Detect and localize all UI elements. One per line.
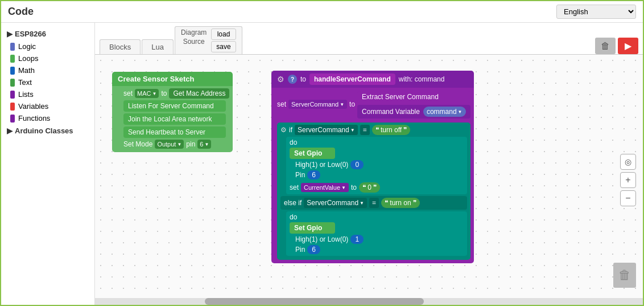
sidebar-item-math[interactable]: Math xyxy=(1,64,94,76)
high-low2-row: High(1) or Low(0) 1 xyxy=(295,235,464,244)
sketch-body: set MAC to Get Mac Address Listen For Se… xyxy=(112,86,233,152)
sidebar-item-text[interactable]: Text xyxy=(1,76,94,88)
pin-row: Pin 6 xyxy=(295,170,464,179)
do-block: do Set Gpio High(1) or Low(0) 0 Pin 6 xyxy=(286,137,467,194)
heartbeat-block: Send Heartbeat to Server xyxy=(123,127,226,138)
sidebar: ▶ ESP8266 Logic Loops Math Text Lists xyxy=(1,23,95,305)
else-if-row: else if ServerCommand = ❝ turn on ❞ xyxy=(280,196,467,210)
lists-dot xyxy=(10,91,15,99)
tab-diagram[interactable]: DiagramSource load save xyxy=(175,26,242,54)
str-0-pill: ❝ 0 ❞ xyxy=(359,182,380,193)
block-canvas[interactable]: Create Sensor Sketch set MAC to Get Mac … xyxy=(95,55,643,305)
app-header: Code English Español xyxy=(1,1,643,23)
sidebar-item-functions[interactable]: Functions xyxy=(1,112,94,124)
mac-row: set MAC to Get Mac Address xyxy=(123,88,229,99)
sidebar-item-logic[interactable]: Logic xyxy=(1,40,94,52)
server-cmd-dropdown[interactable]: ServerCommand xyxy=(288,100,347,109)
language-select[interactable]: English Español xyxy=(556,5,636,19)
sketch-header: Create Sensor Sketch xyxy=(112,72,233,86)
extract-block: Extract Server Command xyxy=(357,91,470,103)
eq-pill: = xyxy=(360,125,370,135)
else-if-dropdown[interactable]: ServerCommand xyxy=(304,198,367,208)
pin2-row: Pin 6 xyxy=(295,245,464,254)
math-dot xyxy=(10,67,15,75)
app-title: Code xyxy=(8,6,34,18)
zoom-controls: ◎ + − xyxy=(620,154,636,206)
loops-dot xyxy=(10,55,15,63)
do2-row: do xyxy=(290,213,464,221)
do-row: do xyxy=(290,138,464,146)
run-button[interactable]: ▶ xyxy=(618,38,638,54)
chevron-right-icon: ▶ xyxy=(7,30,13,38)
do2-block: do Set Gpio High(1) or Low(0) 1 Pin 6 xyxy=(286,211,467,256)
content-area: Blocks Lua DiagramSource load save 🗑 ▶ xyxy=(95,23,643,305)
high-low-row: High(1) or Low(0) 0 xyxy=(295,160,464,169)
set-gpio-label: Set Gpio xyxy=(290,148,335,159)
tab-lua[interactable]: Lua xyxy=(142,39,174,54)
sidebar-lists-label: Lists xyxy=(18,90,34,99)
val-0-pill: 0 xyxy=(350,160,364,169)
trash-icon[interactable]: 🗑 xyxy=(613,263,636,288)
handler-block: ⚙ ? to handleServerCommand with: command… xyxy=(271,71,474,263)
val-1-pill: 1 xyxy=(350,235,364,244)
question-icon[interactable]: ? xyxy=(288,75,297,84)
sidebar-item-arduino[interactable]: ▶ Arduino Classes xyxy=(1,124,94,137)
load-button[interactable]: load xyxy=(211,28,236,40)
sidebar-math-label: Math xyxy=(18,66,35,75)
pin-dropdown[interactable]: 6 xyxy=(197,140,211,149)
gear-icon[interactable]: ⚙ xyxy=(277,75,284,84)
chevron-right-icon2: ▶ xyxy=(7,127,13,135)
sidebar-item-esp8266[interactable]: ▶ ESP8266 xyxy=(1,27,94,40)
listen-block: Listen For Server Command xyxy=(123,100,226,112)
logic-dot xyxy=(10,43,15,51)
if-server-cmd-dropdown[interactable]: ServerCommand xyxy=(295,125,358,135)
main-area: ▶ ESP8266 Logic Loops Math Text Lists xyxy=(1,23,643,305)
fn-name: handleServerCommand xyxy=(309,74,395,85)
set-mode-row: Set Mode Output pin 6 xyxy=(123,140,229,149)
zoom-out-button[interactable]: − xyxy=(620,190,636,206)
zoom-target-button[interactable]: ◎ xyxy=(620,154,636,170)
scroll-bar[interactable] xyxy=(95,298,643,305)
sidebar-loops-label: Loops xyxy=(18,54,38,63)
output-dropdown[interactable]: Output xyxy=(155,140,184,149)
mac-dropdown[interactable]: MAC xyxy=(135,89,159,98)
sidebar-esp-label: ESP8266 xyxy=(15,30,46,38)
handler-body: set ServerCommand to Extract Server Comm… xyxy=(271,88,474,263)
scroll-thumb xyxy=(205,298,424,305)
text-dot xyxy=(10,79,15,87)
gear-icon2[interactable]: ⚙ xyxy=(280,126,287,134)
tab-blocks[interactable]: Blocks xyxy=(100,39,141,54)
diagram-label: DiagramSource xyxy=(181,28,207,46)
sidebar-logic-label: Logic xyxy=(18,42,36,51)
save-button[interactable]: save xyxy=(211,41,236,52)
diagram-buttons: load save xyxy=(211,28,236,52)
eq2-pill: = xyxy=(369,198,379,208)
zoom-in-button[interactable]: + xyxy=(620,172,636,188)
tabs-bar: Blocks Lua DiagramSource load save 🗑 ▶ xyxy=(95,23,643,55)
sidebar-item-variables[interactable]: Variables xyxy=(1,100,94,112)
sidebar-variables-label: Variables xyxy=(18,102,48,111)
delete-button[interactable]: 🗑 xyxy=(595,38,616,54)
pin-62-pill: 6 xyxy=(307,245,320,254)
current-val-dropdown[interactable]: CurrentValue xyxy=(301,183,349,192)
sidebar-arduino-label: Arduino Classes xyxy=(15,127,73,135)
tab-action-buttons: 🗑 ▶ xyxy=(595,38,638,54)
join-lan-block: Join the Local Area network xyxy=(123,113,226,125)
handler-header: ⚙ ? to handleServerCommand with: command xyxy=(271,71,474,88)
sketch-block: Create Sensor Sketch set MAC to Get Mac … xyxy=(112,72,233,152)
set-gpio2-label: Set Gpio xyxy=(290,222,335,234)
get-mac-pill: Get Mac Address xyxy=(169,88,229,99)
turn-on-pill: ❝ turn on ❞ xyxy=(381,198,420,208)
pin-6-pill: 6 xyxy=(307,170,320,179)
functions-dot xyxy=(10,115,15,123)
set-current-val-row: set CurrentValue to ❝ 0 ❞ xyxy=(290,182,464,193)
turn-off-pill: ❝ turn off ❞ xyxy=(372,125,411,135)
command-pill[interactable]: command xyxy=(423,107,466,117)
set-server-cmd-row: set ServerCommand to Extract Server Comm… xyxy=(277,90,470,119)
sidebar-item-lists[interactable]: Lists xyxy=(1,88,94,100)
if-block: ⚙ if ServerCommand = ❝ turn off ❞ xyxy=(277,123,470,260)
cmd-var-block: Command Variable command xyxy=(357,105,470,119)
sidebar-item-loops[interactable]: Loops xyxy=(1,52,94,64)
if-row: ⚙ if ServerCommand = ❝ turn off ❞ xyxy=(280,125,467,135)
variables-dot xyxy=(10,103,15,111)
